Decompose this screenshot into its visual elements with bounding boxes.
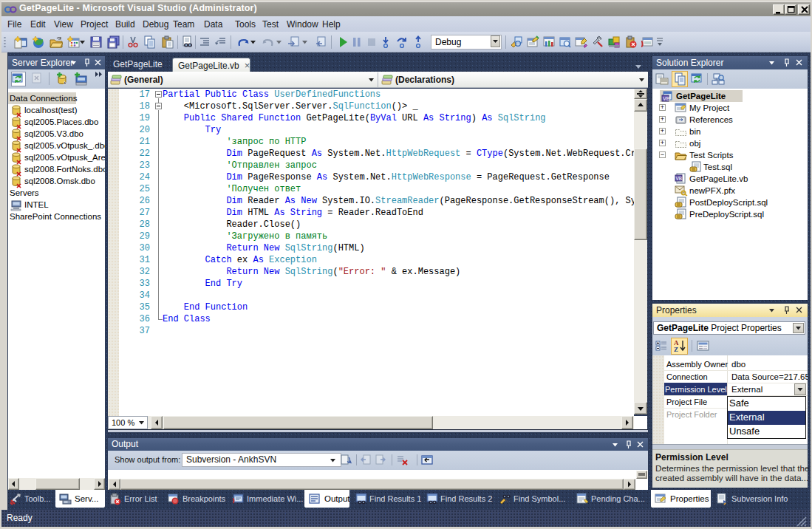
svg-text:Z: Z xyxy=(674,346,678,353)
svg-text:VB: VB xyxy=(663,96,670,101)
svg-text:VB: VB xyxy=(676,176,683,181)
